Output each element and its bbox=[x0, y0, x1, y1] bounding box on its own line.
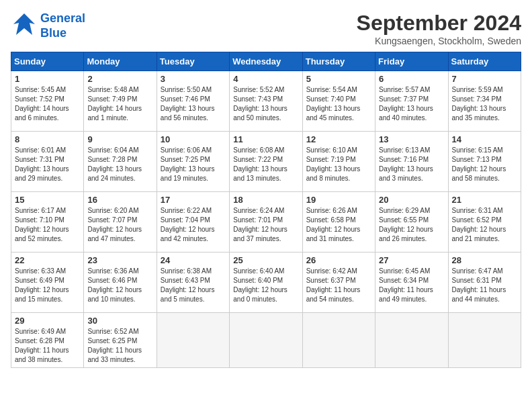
day-number: 13 bbox=[379, 134, 444, 144]
svg-marker-0 bbox=[13, 13, 35, 35]
day-info: Sunrise: 5:45 AM Sunset: 7:52 PM Dayligh… bbox=[15, 85, 80, 123]
day-info: Sunrise: 6:13 AM Sunset: 7:16 PM Dayligh… bbox=[379, 146, 444, 183]
calendar-day-cell bbox=[375, 313, 448, 368]
logo-text: General Blue bbox=[40, 11, 85, 40]
calendar-day-cell: 17Sunrise: 6:22 AM Sunset: 7:04 PM Dayli… bbox=[157, 192, 229, 253]
logo: General Blue bbox=[11, 11, 85, 41]
day-info: Sunrise: 6:49 AM Sunset: 6:28 PM Dayligh… bbox=[15, 327, 80, 365]
logo-line2: Blue bbox=[40, 26, 66, 40]
day-number: 20 bbox=[379, 195, 444, 205]
day-info: Sunrise: 6:45 AM Sunset: 6:34 PM Dayligh… bbox=[379, 267, 444, 304]
day-number: 15 bbox=[15, 195, 80, 205]
weekday-header-monday: Monday bbox=[84, 52, 157, 71]
day-info: Sunrise: 6:17 AM Sunset: 7:10 PM Dayligh… bbox=[15, 206, 80, 244]
calendar-day-cell: 18Sunrise: 6:24 AM Sunset: 7:01 PM Dayli… bbox=[230, 192, 302, 253]
day-info: Sunrise: 6:42 AM Sunset: 6:37 PM Dayligh… bbox=[306, 267, 371, 304]
calendar-day-cell: 8Sunrise: 6:01 AM Sunset: 7:31 PM Daylig… bbox=[11, 132, 84, 192]
day-number: 24 bbox=[161, 255, 226, 265]
day-info: Sunrise: 6:15 AM Sunset: 7:13 PM Dayligh… bbox=[452, 146, 517, 183]
calendar-day-cell: 7Sunrise: 5:59 AM Sunset: 7:34 PM Daylig… bbox=[448, 71, 521, 132]
day-number: 17 bbox=[161, 195, 226, 205]
calendar-day-cell: 5Sunrise: 5:54 AM Sunset: 7:40 PM Daylig… bbox=[302, 71, 375, 132]
calendar-day-cell: 14Sunrise: 6:15 AM Sunset: 7:13 PM Dayli… bbox=[448, 132, 521, 192]
calendar-day-cell: 28Sunrise: 6:47 AM Sunset: 6:31 PM Dayli… bbox=[448, 253, 521, 313]
day-number: 16 bbox=[87, 195, 152, 205]
day-info: Sunrise: 6:24 AM Sunset: 7:01 PM Dayligh… bbox=[233, 206, 298, 244]
day-number: 7 bbox=[452, 74, 517, 84]
calendar-day-cell: 27Sunrise: 6:45 AM Sunset: 6:34 PM Dayli… bbox=[375, 253, 448, 313]
day-info: Sunrise: 6:26 AM Sunset: 6:58 PM Dayligh… bbox=[306, 206, 371, 244]
day-number: 23 bbox=[87, 255, 152, 265]
day-number: 18 bbox=[233, 195, 298, 205]
day-info: Sunrise: 6:40 AM Sunset: 6:40 PM Dayligh… bbox=[233, 267, 298, 304]
calendar-day-cell: 30Sunrise: 6:52 AM Sunset: 6:25 PM Dayli… bbox=[84, 313, 157, 368]
day-info: Sunrise: 6:31 AM Sunset: 6:52 PM Dayligh… bbox=[452, 206, 517, 244]
header: General Blue September 2024 Kungsaengen,… bbox=[11, 11, 521, 46]
day-number: 14 bbox=[452, 134, 517, 144]
day-info: Sunrise: 6:22 AM Sunset: 7:04 PM Dayligh… bbox=[161, 206, 226, 244]
calendar-day-cell: 6Sunrise: 5:57 AM Sunset: 7:37 PM Daylig… bbox=[375, 71, 448, 132]
day-number: 3 bbox=[161, 74, 226, 84]
weekday-header-row: SundayMondayTuesdayWednesdayThursdayFrid… bbox=[11, 52, 521, 71]
logo-bird-icon bbox=[11, 11, 38, 41]
calendar-week-row: 8Sunrise: 6:01 AM Sunset: 7:31 PM Daylig… bbox=[11, 132, 521, 192]
day-number: 30 bbox=[87, 316, 152, 326]
day-number: 4 bbox=[233, 74, 298, 84]
day-info: Sunrise: 6:01 AM Sunset: 7:31 PM Dayligh… bbox=[15, 146, 80, 183]
calendar-day-cell bbox=[157, 313, 229, 368]
calendar-day-cell: 23Sunrise: 6:36 AM Sunset: 6:46 PM Dayli… bbox=[84, 253, 157, 313]
title-area: September 2024 Kungsaengen, Stockholm, S… bbox=[357, 11, 521, 46]
calendar-day-cell bbox=[448, 313, 521, 368]
day-number: 26 bbox=[306, 255, 371, 265]
day-number: 21 bbox=[452, 195, 517, 205]
day-info: Sunrise: 6:10 AM Sunset: 7:19 PM Dayligh… bbox=[306, 146, 371, 183]
weekday-header-sunday: Sunday bbox=[11, 52, 84, 71]
calendar-table: SundayMondayTuesdayWednesdayThursdayFrid… bbox=[11, 52, 521, 368]
month-title: September 2024 bbox=[357, 11, 521, 36]
calendar-day-cell: 11Sunrise: 6:08 AM Sunset: 7:22 PM Dayli… bbox=[230, 132, 302, 192]
calendar-day-cell: 26Sunrise: 6:42 AM Sunset: 6:37 PM Dayli… bbox=[302, 253, 375, 313]
calendar-day-cell: 21Sunrise: 6:31 AM Sunset: 6:52 PM Dayli… bbox=[448, 192, 521, 253]
day-info: Sunrise: 6:29 AM Sunset: 6:55 PM Dayligh… bbox=[379, 206, 444, 244]
calendar-day-cell: 10Sunrise: 6:06 AM Sunset: 7:25 PM Dayli… bbox=[157, 132, 229, 192]
weekday-header-wednesday: Wednesday bbox=[230, 52, 302, 71]
calendar-day-cell: 25Sunrise: 6:40 AM Sunset: 6:40 PM Dayli… bbox=[230, 253, 302, 313]
day-info: Sunrise: 6:08 AM Sunset: 7:22 PM Dayligh… bbox=[233, 146, 298, 183]
calendar-day-cell: 16Sunrise: 6:20 AM Sunset: 7:07 PM Dayli… bbox=[84, 192, 157, 253]
day-number: 25 bbox=[233, 255, 298, 265]
calendar-day-cell: 13Sunrise: 6:13 AM Sunset: 7:16 PM Dayli… bbox=[375, 132, 448, 192]
calendar-day-cell: 19Sunrise: 6:26 AM Sunset: 6:58 PM Dayli… bbox=[302, 192, 375, 253]
day-number: 1 bbox=[15, 74, 80, 84]
calendar-day-cell: 22Sunrise: 6:33 AM Sunset: 6:49 PM Dayli… bbox=[11, 253, 84, 313]
calendar-day-cell: 4Sunrise: 5:52 AM Sunset: 7:43 PM Daylig… bbox=[230, 71, 302, 132]
day-info: Sunrise: 6:33 AM Sunset: 6:49 PM Dayligh… bbox=[15, 267, 80, 304]
calendar-week-row: 29Sunrise: 6:49 AM Sunset: 6:28 PM Dayli… bbox=[11, 313, 521, 368]
weekday-header-thursday: Thursday bbox=[302, 52, 375, 71]
calendar-day-cell: 3Sunrise: 5:50 AM Sunset: 7:46 PM Daylig… bbox=[157, 71, 229, 132]
day-number: 19 bbox=[306, 195, 371, 205]
day-number: 2 bbox=[87, 74, 152, 84]
day-number: 8 bbox=[15, 134, 80, 144]
calendar-day-cell: 1Sunrise: 5:45 AM Sunset: 7:52 PM Daylig… bbox=[11, 71, 84, 132]
day-info: Sunrise: 5:59 AM Sunset: 7:34 PM Dayligh… bbox=[452, 85, 517, 123]
day-number: 29 bbox=[15, 316, 80, 326]
day-info: Sunrise: 5:54 AM Sunset: 7:40 PM Dayligh… bbox=[306, 85, 371, 123]
day-info: Sunrise: 6:38 AM Sunset: 6:43 PM Dayligh… bbox=[161, 267, 226, 304]
day-info: Sunrise: 6:20 AM Sunset: 7:07 PM Dayligh… bbox=[87, 206, 152, 244]
day-info: Sunrise: 6:52 AM Sunset: 6:25 PM Dayligh… bbox=[87, 327, 152, 365]
calendar-week-row: 15Sunrise: 6:17 AM Sunset: 7:10 PM Dayli… bbox=[11, 192, 521, 253]
day-number: 28 bbox=[452, 255, 517, 265]
calendar-day-cell: 20Sunrise: 6:29 AM Sunset: 6:55 PM Dayli… bbox=[375, 192, 448, 253]
calendar-day-cell: 9Sunrise: 6:04 AM Sunset: 7:28 PM Daylig… bbox=[84, 132, 157, 192]
day-number: 6 bbox=[379, 74, 444, 84]
day-info: Sunrise: 6:04 AM Sunset: 7:28 PM Dayligh… bbox=[87, 146, 152, 183]
calendar-day-cell: 2Sunrise: 5:48 AM Sunset: 7:49 PM Daylig… bbox=[84, 71, 157, 132]
weekday-header-tuesday: Tuesday bbox=[157, 52, 229, 71]
calendar-day-cell: 12Sunrise: 6:10 AM Sunset: 7:19 PM Dayli… bbox=[302, 132, 375, 192]
day-number: 27 bbox=[379, 255, 444, 265]
calendar-day-cell bbox=[302, 313, 375, 368]
calendar-day-cell bbox=[230, 313, 302, 368]
day-number: 22 bbox=[15, 255, 80, 265]
day-info: Sunrise: 6:47 AM Sunset: 6:31 PM Dayligh… bbox=[452, 267, 517, 304]
calendar-week-row: 22Sunrise: 6:33 AM Sunset: 6:49 PM Dayli… bbox=[11, 253, 521, 313]
